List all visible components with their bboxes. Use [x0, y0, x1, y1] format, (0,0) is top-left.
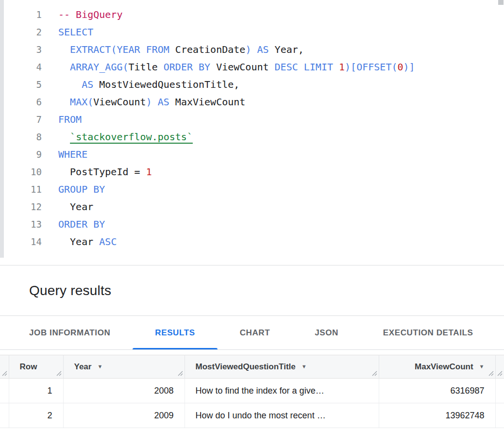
code-text: GROUP BY — [42, 181, 105, 198]
column-header-maxviewcount[interactable]: MaxViewCount▼ — [379, 355, 495, 379]
cell-row: 2 — [9, 403, 63, 428]
table-corner-cell — [0, 355, 9, 379]
token-plain: Year — [58, 236, 99, 248]
code-line[interactable]: 8 `stackoverflow.posts` — [0, 128, 504, 146]
token-kw: OFFSET — [356, 61, 391, 73]
code-line[interactable]: 12 Year — [0, 198, 504, 215]
token-kw: ( — [391, 61, 397, 73]
column-resize-handle-icon[interactable] — [56, 371, 62, 376]
line-number: 12 — [0, 198, 42, 215]
token-plain: CreationDate — [169, 44, 246, 55]
column-resize-handle-icon[interactable] — [372, 371, 377, 376]
code-lines: 1-- BigQuery2SELECT3 EXTRACT(YEAR FROM C… — [0, 6, 504, 250]
token-kw: DESC — [275, 61, 298, 73]
code-line[interactable]: 3 EXTRACT(YEAR FROM CreationDate) AS Yea… — [0, 41, 504, 58]
token-kw: AS — [257, 44, 269, 55]
table-header-row: RowYear▼MostViewedQuestionTitle▼MaxViewC… — [0, 355, 504, 379]
line-number: 11 — [0, 181, 42, 198]
results-table: RowYear▼MostViewedQuestionTitle▼MaxViewC… — [0, 355, 504, 428]
column-header-mostviewedquestiontitle[interactable]: MostViewedQuestionTitle▼ — [185, 355, 379, 379]
column-header-label: MaxViewCount — [415, 362, 473, 371]
token-plain — [140, 44, 146, 55]
token-plain: MaxViewCount — [169, 96, 246, 108]
sql-editor[interactable]: 1-- BigQuery2SELECT3 EXTRACT(YEAR FROM C… — [0, 0, 504, 265]
token-plain — [58, 96, 70, 108]
code-text: SELECT — [42, 23, 93, 41]
token-plain: PostTypeId = — [58, 166, 146, 178]
token-plain: Year, — [269, 44, 304, 55]
code-line[interactable]: 2SELECT — [0, 23, 504, 41]
query-results-header: Query results — [0, 265, 504, 316]
token-kw: AS — [82, 79, 93, 90]
column-header-label: Year — [74, 362, 92, 371]
code-line[interactable]: 11GROUP BY — [0, 181, 504, 198]
column-resize-handle-icon[interactable] — [497, 371, 503, 376]
code-line[interactable]: 7FROM — [0, 111, 504, 128]
tab-execution-details[interactable]: EXECUTION DETAILS — [361, 316, 496, 349]
token-num: 0 — [397, 61, 403, 73]
token-kw: ) — [245, 44, 251, 55]
column-menu-arrow-icon[interactable]: ▼ — [302, 364, 307, 369]
token-plain — [58, 131, 70, 143]
code-line[interactable]: 5 AS MostViewedQuestionTitle, — [0, 76, 504, 93]
token-plain — [333, 61, 339, 73]
row-gutter-cell — [0, 403, 9, 428]
line-number: 3 — [0, 41, 42, 58]
editor-scrollbar-thumb[interactable] — [498, 0, 504, 5]
code-text: Year — [42, 198, 93, 215]
token-plain — [251, 44, 257, 55]
column-resize-handle-icon[interactable] — [488, 371, 494, 376]
line-number: 2 — [0, 23, 42, 41]
code-line[interactable]: 14 Year ASC — [0, 233, 504, 250]
query-results-title: Query results — [29, 283, 111, 298]
code-line[interactable]: 4 ARRAY_AGG(Title ORDER BY ViewCount DES… — [0, 58, 504, 76]
cell-row: 1 — [9, 379, 63, 403]
token-kw: ( — [122, 61, 128, 73]
tab-json[interactable]: JSON — [292, 316, 361, 349]
code-line[interactable]: 6 MAX(ViewCount) AS MaxViewCount — [0, 93, 504, 111]
line-number: 10 — [0, 163, 42, 181]
token-comment: -- BigQuery — [58, 9, 122, 20]
token-plain — [58, 61, 70, 73]
column-header-label: Row — [20, 362, 37, 371]
token-plain — [152, 96, 158, 108]
token-kw: WHERE — [58, 149, 87, 160]
table-row[interactable]: 12008How to find the index for a give…63… — [0, 379, 504, 403]
token-kw: GROUP BY — [58, 183, 105, 195]
token-kw: ARRAY_AGG — [70, 61, 122, 73]
code-text: MAX(ViewCount) AS MaxViewCount — [42, 93, 245, 111]
table-row[interactable]: 22009How do I undo the most recent …1396… — [0, 403, 504, 428]
column-resize-handle-icon[interactable] — [2, 371, 7, 376]
code-line[interactable]: 1-- BigQuery — [0, 6, 504, 23]
column-header-year[interactable]: Year▼ — [63, 355, 185, 379]
token-plain: MostViewedQuestionTitle, — [93, 79, 239, 90]
token-kw: ( — [111, 44, 117, 55]
token-plain: ViewCount — [210, 61, 274, 73]
tab-chart[interactable]: CHART — [218, 316, 293, 349]
column-header-label: MostViewedQuestionTitle — [196, 362, 296, 371]
code-text: ORDER BY — [42, 215, 105, 233]
bigquery-console: 1-- BigQuery2SELECT3 EXTRACT(YEAR FROM C… — [0, 0, 504, 428]
column-menu-arrow-icon[interactable]: ▼ — [97, 364, 102, 369]
cell-year: 2009 — [63, 403, 185, 428]
line-number: 7 — [0, 111, 42, 128]
column-header-row[interactable]: Row — [9, 355, 63, 379]
token-num: 1 — [146, 166, 152, 178]
code-line[interactable]: 9WHERE — [0, 146, 504, 163]
column-menu-arrow-icon[interactable]: ▼ — [479, 364, 485, 369]
code-text: ARRAY_AGG(Title ORDER BY ViewCount DESC … — [42, 58, 415, 76]
token-kw: )] — [403, 61, 415, 73]
tab-results[interactable]: RESULTS — [133, 316, 217, 349]
cell-title: How to find the index for a give… — [185, 379, 379, 403]
row-gutter-cell — [0, 379, 9, 403]
token-tableref: `stackoverflow.posts` — [70, 131, 193, 143]
code-line[interactable]: 13ORDER BY — [0, 215, 504, 233]
token-kw: YEAR — [117, 44, 140, 55]
token-kw: ORDER BY — [164, 61, 210, 73]
code-line[interactable]: 10 PostTypeId = 1 — [0, 163, 504, 181]
token-kw: ( — [87, 96, 93, 108]
row-overflow-cell — [495, 403, 504, 428]
tab-job-information[interactable]: JOB INFORMATION — [7, 316, 133, 349]
column-resize-handle-icon[interactable] — [178, 371, 183, 376]
token-kw: ORDER BY — [58, 218, 105, 230]
